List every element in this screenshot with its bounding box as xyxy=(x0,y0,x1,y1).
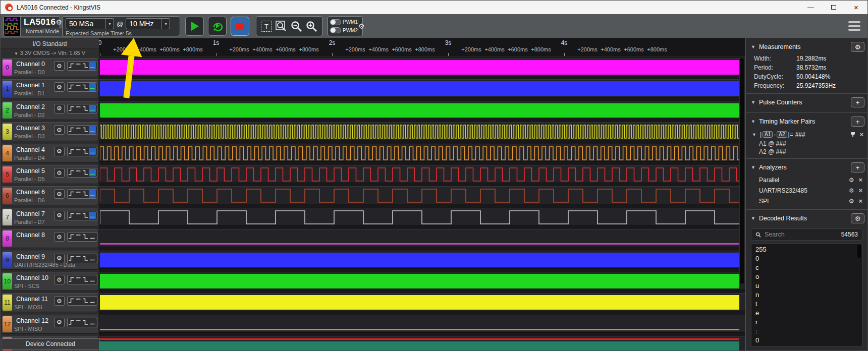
decoded-results-list[interactable]: 2550counter:0 xyxy=(751,243,862,347)
zoom-out-icon[interactable] xyxy=(290,20,302,32)
decoded-result-item[interactable]: e xyxy=(755,309,858,318)
remove-analyzer-icon[interactable]: × xyxy=(858,187,862,194)
channel-row-12[interactable]: 12Channel 12SPI - MISO⚙ xyxy=(1,315,98,334)
trigger-high-button[interactable] xyxy=(75,169,82,177)
trigger-falling-edge-button[interactable] xyxy=(82,83,89,91)
collapse-caret-icon[interactable]: ▼ xyxy=(752,132,756,137)
trigger-rising-edge-button[interactable] xyxy=(68,83,75,91)
trigger-rising-edge-button[interactable] xyxy=(68,169,75,177)
decoded-result-item[interactable]: n xyxy=(755,290,858,300)
trigger-rising-edge-button[interactable] xyxy=(68,126,75,134)
trigger-high-button[interactable] xyxy=(75,212,82,219)
maximize-button[interactable] xyxy=(822,1,845,14)
trigger-low-button[interactable] xyxy=(89,148,96,155)
channel-row-7[interactable]: 7Channel 7Parallel - D7⚙ xyxy=(1,208,98,227)
trigger-falling-edge-button[interactable] xyxy=(82,255,89,262)
sample-rate-dropdown[interactable]: 10 MHz ▼ xyxy=(126,18,170,29)
trigger-rising-edge-button[interactable] xyxy=(68,276,75,283)
channel-settings-gear-icon[interactable]: ⚙ xyxy=(54,296,65,306)
channel-row-3[interactable]: 3Channel 3Parallel - D3⚙ xyxy=(1,122,98,141)
trigger-low-button[interactable] xyxy=(89,105,96,112)
waveform-channel-9[interactable] xyxy=(99,251,745,269)
sample-count-dropdown[interactable]: 50 MSa ▼ xyxy=(66,18,114,29)
trigger-high-button[interactable] xyxy=(75,276,82,283)
analyzer-row-parallel[interactable]: Parallel ⚙ × xyxy=(746,174,867,185)
start-button[interactable] xyxy=(185,17,204,36)
trigger-rising-edge-button[interactable] xyxy=(68,62,75,70)
io-standard-selector[interactable]: ▼3.3V CMOS -> Vth: 1.65 V xyxy=(1,48,99,58)
analyzer-settings-gear-icon[interactable]: ⚙ xyxy=(849,177,854,184)
decoded-result-item[interactable]: c xyxy=(755,263,858,272)
marker-a1-chip[interactable]: A1 xyxy=(763,131,773,138)
waveform-channel-11[interactable] xyxy=(99,293,745,311)
channel-row-11[interactable]: 11Channel 11SPI - MOSI⚙ xyxy=(1,293,98,312)
waveform-scrollbar[interactable] xyxy=(739,57,745,284)
collapse-caret-icon[interactable]: ▼ xyxy=(751,119,755,124)
trigger-low-button[interactable] xyxy=(89,169,96,177)
channel-settings-gear-icon[interactable]: ⚙ xyxy=(54,189,65,199)
trigger-falling-edge-button[interactable] xyxy=(82,126,89,134)
waveform-channel-1[interactable] xyxy=(99,79,745,97)
analyzer-settings-gear-icon[interactable]: ⚙ xyxy=(849,198,854,205)
trigger-rising-edge-button[interactable] xyxy=(68,148,75,155)
trigger-rising-edge-button[interactable] xyxy=(68,233,75,241)
collapse-caret-icon[interactable]: ▼ xyxy=(751,100,755,105)
marker-a2-chip[interactable]: A2 xyxy=(777,131,787,138)
trigger-low-button[interactable] xyxy=(89,190,96,198)
trigger-falling-edge-button[interactable] xyxy=(82,62,89,70)
collapse-caret-icon[interactable]: ▼ xyxy=(751,216,755,221)
waveform-channel-8[interactable] xyxy=(99,229,745,247)
trigger-high-button[interactable] xyxy=(75,126,82,134)
channel-settings-gear-icon[interactable]: ⚙ xyxy=(54,275,65,284)
collapse-caret-icon[interactable]: ▼ xyxy=(751,165,755,170)
trigger-high-button[interactable] xyxy=(75,83,82,91)
trigger-high-button[interactable] xyxy=(75,233,82,241)
pwm-settings-gear-icon[interactable]: ⚙ xyxy=(358,23,365,30)
decoded-result-item[interactable]: t xyxy=(755,300,858,309)
trigger-falling-edge-button[interactable] xyxy=(82,319,89,326)
trigger-falling-edge-button[interactable] xyxy=(82,190,89,198)
decoded-settings-gear-icon[interactable]: ⚙ xyxy=(851,213,864,223)
minimize-button[interactable]: — xyxy=(799,1,822,14)
close-button[interactable]: × xyxy=(845,1,867,14)
decoded-result-item[interactable]: 255 xyxy=(755,245,858,254)
channel-settings-gear-icon[interactable]: ⚙ xyxy=(54,125,65,135)
decoded-result-item[interactable]: 0 xyxy=(755,336,858,345)
trigger-high-button[interactable] xyxy=(75,148,82,155)
waveform-channel-12[interactable] xyxy=(99,315,745,333)
menu-hamburger-icon[interactable] xyxy=(848,21,860,31)
channel-settings-gear-icon[interactable]: ⚙ xyxy=(54,232,65,242)
channel-settings-gear-icon[interactable]: ⚙ xyxy=(54,82,65,92)
waveform-channel-7[interactable] xyxy=(99,208,745,226)
trigger-high-button[interactable] xyxy=(75,190,82,198)
trigger-rising-edge-button[interactable] xyxy=(68,255,75,262)
channel-row-5[interactable]: 5Channel 5Parallel - D5⚙ xyxy=(1,165,98,184)
remove-analyzer-icon[interactable]: × xyxy=(858,176,862,184)
channel-settings-gear-icon[interactable]: ⚙ xyxy=(54,211,65,220)
decoded-result-item[interactable]: r xyxy=(755,318,858,327)
trigger-low-button[interactable] xyxy=(89,62,96,70)
remove-marker-pair-icon[interactable]: × xyxy=(859,131,863,138)
channel-row-1[interactable]: 1Channel 1Parallel - D1⚙ xyxy=(1,79,98,98)
waveform-view[interactable]: 0+200ms+400ms+600ms+800ms1s+200ms+400ms+… xyxy=(99,38,745,350)
channel-row-4[interactable]: 4Channel 4Parallel - D4⚙ xyxy=(1,144,98,163)
trigger-falling-edge-button[interactable] xyxy=(82,169,89,177)
add-timing-marker-button[interactable]: + xyxy=(851,116,864,127)
trigger-falling-edge-button[interactable] xyxy=(82,105,89,112)
channel-row-10[interactable]: 10Channel 10SPI - SCS⚙ xyxy=(1,272,98,291)
trigger-low-button[interactable] xyxy=(89,83,96,91)
trigger-falling-edge-button[interactable] xyxy=(82,233,89,241)
trigger-falling-edge-button[interactable] xyxy=(82,297,89,305)
waveform-channel-5[interactable] xyxy=(99,165,745,183)
waveform-channel-4[interactable] xyxy=(99,144,745,162)
channel-settings-gear-icon[interactable]: ⚙ xyxy=(54,254,65,263)
device-mode[interactable]: Normal Mode xyxy=(21,28,64,36)
pwm2-toggle[interactable] xyxy=(330,27,341,33)
trigger-high-button[interactable] xyxy=(75,255,82,262)
loop-run-button[interactable] xyxy=(208,17,227,36)
trigger-low-button[interactable] xyxy=(89,276,96,283)
pwm1-toggle[interactable] xyxy=(330,19,341,25)
trigger-high-button[interactable] xyxy=(75,105,82,112)
trigger-low-button[interactable] xyxy=(89,233,96,241)
decoded-result-item[interactable]: 0 xyxy=(755,254,858,263)
